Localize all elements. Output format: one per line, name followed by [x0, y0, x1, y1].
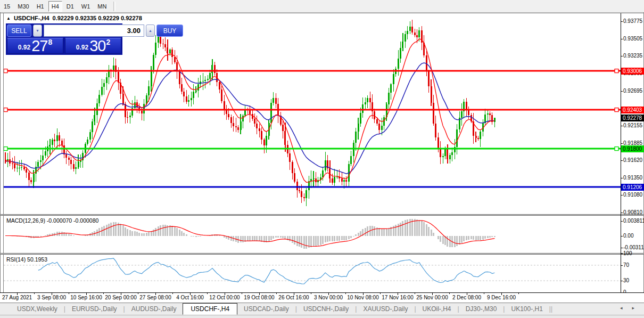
price-tick-mark [621, 39, 623, 39]
price-tick-mark [621, 213, 623, 213]
buy-price-prefix: 0.92 [76, 44, 88, 51]
chart-title-bar: ▲ USDCHF-,H4 0.92229 0.92335 0.92229 0.9… [6, 15, 142, 21]
price-tick-mark [621, 160, 623, 161]
time-label: 25 Nov 00:00 [416, 295, 448, 300]
price-tick-label: 0.91620 [623, 157, 642, 163]
timeframe-button-w1[interactable]: W1 [78, 1, 94, 12]
time-minor-tick [415, 293, 415, 294]
volume-decrease-button[interactable]: ▼ [33, 25, 42, 37]
price-tick-label: 0.91080 [623, 192, 642, 198]
price-badge-0.93006: 0.93006 [621, 68, 644, 75]
time-label: 10 Sep 16:00 [70, 295, 102, 300]
rsi-label: RSI(14) 50.1953 [6, 256, 47, 263]
price-tick-label: 0.90810 [623, 209, 642, 215]
chart-tab-uk100-h1[interactable]: UK100-,H1 [505, 303, 549, 315]
chart-symbol-title: USDCHF-,H4 [14, 15, 49, 21]
macd-tick-label: 0.00 [623, 233, 633, 239]
volume-input[interactable] [44, 25, 144, 37]
rsi-panel-splitter[interactable] [0, 253, 644, 255]
time-minor-tick [449, 293, 450, 294]
buy-price-pip-digit: 2 [106, 38, 110, 46]
status-strip [0, 315, 644, 318]
time-minor-tick [345, 293, 346, 294]
time-label: 27 Aug 2021 [2, 295, 32, 300]
price-tick-mark [621, 195, 623, 195]
rsi-tick-mark [621, 281, 623, 281]
timeframe-toolbar: 15M30H1H4D1W1MN [0, 0, 644, 13]
price-tick-label: 0.91350 [623, 175, 642, 181]
one-click-trading-panel: SELL ▼ ▲ BUY 0.92 27 8 0.92 30 2 [6, 23, 122, 55]
timeframe-button-h1[interactable]: H1 [34, 1, 47, 12]
rsi-tick-label: 70 [623, 262, 629, 268]
price-badge-0.91800: 0.91800 [621, 145, 644, 152]
mt4-application: 15M30H1H4D1W1MN ▲ USDCHF-,H4 0.92229 0.9… [0, 0, 644, 318]
rsi-indicator-canvas[interactable] [4, 255, 621, 292]
macd-label: MACD(12,26,9) -0.000070 -0.000080 [6, 217, 98, 224]
timeframe-button-h4[interactable]: H4 [48, 1, 62, 12]
rsi-tick-label: 30 [623, 278, 629, 283]
rsi-tick-label: 100 [623, 250, 632, 256]
chart-tab-usdchf-h4[interactable]: USDCHF-,H4 [183, 303, 237, 315]
buy-price-big-digits: 30 [89, 38, 105, 53]
timeframe-button-mn[interactable]: MN [94, 1, 110, 12]
time-label: 2 Dec 08:00 [452, 295, 481, 300]
time-label: 20 Sep 00:00 [105, 295, 137, 300]
chart-tab-eurusd-daily[interactable]: EURUSD-,Daily [65, 303, 123, 315]
price-tick-mark [621, 21, 623, 22]
macd-panel-splitter[interactable] [0, 214, 644, 216]
price-badge-0.91206: 0.91206 [621, 184, 644, 191]
chart-tab-usdx-weekly[interactable]: USDX,Weekly [11, 303, 64, 315]
chart-tab-usdcnh-daily[interactable]: USDCNH-,Daily [297, 303, 355, 315]
price-tick-label: 0.93235 [623, 53, 642, 59]
time-label: 19 Oct 08:00 [244, 295, 274, 300]
timeframe-button-m30[interactable]: M30 [14, 1, 32, 12]
sell-price-pip-digit: 8 [48, 38, 52, 46]
sell-price-prefix: 0.92 [18, 44, 30, 51]
tab-scroll-arrows: ◂ ▸ [620, 305, 634, 311]
time-label: 9 Dec 16:00 [487, 295, 516, 300]
sell-button[interactable]: SELL [7, 25, 31, 37]
macd-tick-mark [621, 236, 623, 237]
window-left-border [0, 12, 1, 315]
time-label: 12 Oct 00:00 [209, 295, 240, 300]
volume-increase-button[interactable]: ▲ [146, 25, 155, 37]
sell-price-big-digits: 27 [31, 38, 47, 53]
price-tick-mark [621, 178, 623, 178]
timeframe-button-15[interactable]: 15 [1, 1, 13, 12]
macd-tick-label: -0.003115 [623, 244, 644, 250]
macd-tick-mark [621, 248, 623, 248]
rsi-tick-mark [621, 254, 623, 254]
toolbar-separator [113, 2, 115, 11]
rsi-line [38, 258, 494, 284]
time-label: 27 Sep 08:00 [139, 295, 171, 300]
time-minor-tick [518, 293, 519, 294]
time-label: 10 Nov 08:00 [347, 295, 379, 300]
time-minor-tick [207, 293, 208, 294]
sell-price-display[interactable]: 0.92 27 8 [7, 38, 63, 54]
buy-price-display[interactable]: 0.92 30 2 [65, 38, 121, 54]
price-tick-label: 0.92155 [623, 123, 642, 128]
time-label: 26 Oct 16:00 [278, 295, 309, 300]
time-axis[interactable]: 27 Aug 20213 Sep 08:0010 Sep 16:0020 Sep… [0, 292, 644, 303]
time-minor-tick [484, 293, 484, 294]
price-tick-mark [621, 91, 623, 92]
tab-scroll-right-icon[interactable]: ▸ [632, 305, 634, 311]
time-label: 3 Nov 00:00 [314, 295, 343, 300]
price-badge-0.92278: 0.92278 [621, 115, 644, 121]
time-minor-tick [311, 293, 311, 294]
chart-tab-audusd-daily[interactable]: AUDUSD-,Daily [125, 303, 183, 315]
chart-ohlc-values: 0.92229 0.92335 0.92229 0.92278 [53, 15, 142, 21]
time-label: 4 Oct 16:00 [176, 295, 204, 300]
collapse-triangle-icon[interactable]: ▲ [6, 16, 11, 21]
chart-tab-usdcad-daily[interactable]: USDCAD-,Daily [237, 303, 295, 315]
chart-tab-xauusd-daily[interactable]: XAUUSD-,Daily [357, 303, 414, 315]
chart-tab-ukoil-h4[interactable]: UKOil-,H4 [416, 303, 458, 315]
time-minor-tick [69, 293, 69, 294]
time-minor-tick [276, 293, 277, 294]
chart-tab-bar: USDX,Weekly|EURUSD-,Daily|AUDUSD-,DailyU… [0, 303, 644, 315]
buy-button[interactable]: BUY [156, 25, 183, 37]
chart-tab-dj30-m30[interactable]: DJ30-,M30 [459, 303, 503, 315]
time-label: 3 Sep 08:00 [37, 295, 66, 300]
tab-scroll-left-icon[interactable]: ◂ [620, 305, 623, 311]
timeframe-button-d1[interactable]: D1 [63, 1, 77, 12]
